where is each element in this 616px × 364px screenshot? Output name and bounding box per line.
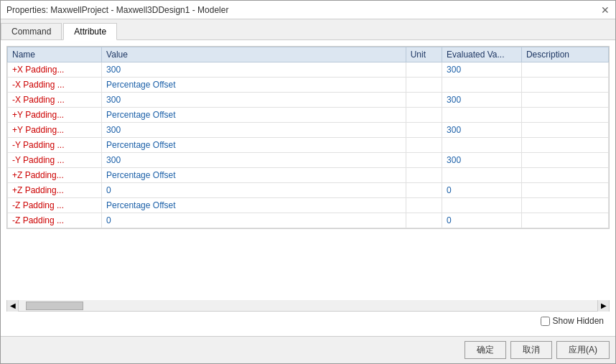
main-window: Properties: MaxwellProject - Maxwell3DDe…: [0, 0, 616, 364]
window-title: Properties: MaxwellProject - Maxwell3DDe…: [6, 5, 228, 15]
table-wrapper: Name Value Unit Evaluated Va... Descript…: [6, 46, 610, 300]
footer: 确定 取消 应用(A): [1, 336, 615, 363]
show-hidden-label[interactable]: Show Hidden: [541, 316, 604, 326]
apply-button[interactable]: 应用(A): [556, 341, 610, 359]
table-row[interactable]: -Y Padding ...300300: [8, 153, 609, 168]
col-evaluated: Evaluated Va...: [442, 47, 522, 62]
table-row[interactable]: -X Padding ...Percentage Offset: [8, 78, 609, 93]
table-row[interactable]: -X Padding ...300300: [8, 93, 609, 108]
close-button[interactable]: ✕: [601, 4, 610, 16]
table-row[interactable]: -Z Padding ...Percentage Offset: [8, 198, 609, 213]
tab-command[interactable]: Command: [1, 23, 62, 40]
cancel-button[interactable]: 取消: [510, 341, 552, 359]
col-value: Value: [102, 47, 406, 62]
scroll-right-button[interactable]: ▶: [597, 300, 609, 312]
horizontal-scrollbar[interactable]: ◀ ▶: [6, 300, 610, 312]
tab-bar: Command Attribute: [1, 19, 615, 40]
table-row[interactable]: +Y Padding...300300: [8, 123, 609, 138]
table-header-row: Name Value Unit Evaluated Va... Descript…: [8, 47, 609, 62]
scroll-track[interactable]: [19, 300, 597, 311]
table-row[interactable]: +X Padding...300300: [8, 62, 609, 78]
show-hidden-checkbox[interactable]: [541, 317, 550, 326]
table-row[interactable]: +Z Padding...00: [8, 183, 609, 198]
col-name: Name: [8, 47, 102, 62]
table-row[interactable]: -Y Padding ...Percentage Offset: [8, 138, 609, 153]
scroll-thumb[interactable]: [26, 302, 83, 310]
properties-table-container[interactable]: Name Value Unit Evaluated Va... Descript…: [6, 46, 610, 229]
table-row[interactable]: +Z Padding...Percentage Offset: [8, 168, 609, 183]
table-row[interactable]: +Y Padding...Percentage Offset: [8, 108, 609, 123]
table-row[interactable]: -Z Padding ...00: [8, 213, 609, 228]
scroll-left-button[interactable]: ◀: [7, 300, 19, 312]
show-hidden-row: Show Hidden: [6, 312, 610, 330]
content-area: Name Value Unit Evaluated Va... Descript…: [1, 40, 615, 336]
title-bar: Properties: MaxwellProject - Maxwell3DDe…: [1, 1, 615, 19]
col-description: Description: [521, 47, 608, 62]
col-unit: Unit: [406, 47, 442, 62]
confirm-button[interactable]: 确定: [465, 341, 506, 359]
properties-table: Name Value Unit Evaluated Va... Descript…: [7, 47, 609, 228]
tab-attribute[interactable]: Attribute: [63, 23, 117, 40]
